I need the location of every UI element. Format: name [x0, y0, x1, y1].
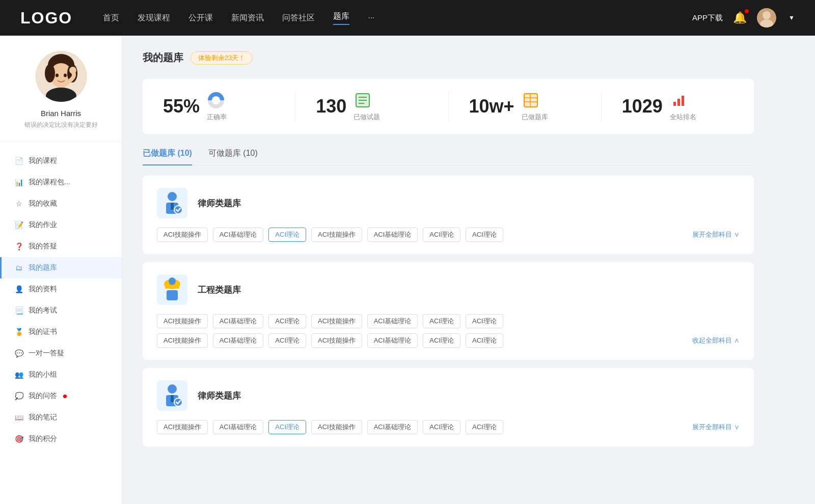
engineer-icon: [157, 274, 187, 305]
bank-card-3-header: 律师类题库: [157, 380, 740, 411]
svg-point-8: [56, 74, 59, 77]
nav-home[interactable]: 首页: [103, 13, 119, 23]
cert-icon: 🏅: [14, 327, 23, 337]
nav-discover[interactable]: 发现课程: [138, 13, 170, 23]
notification-badge: [745, 9, 749, 13]
tag-3-3[interactable]: ACI技能操作: [311, 420, 362, 434]
tag-3-1[interactable]: ACI基础理论: [213, 420, 264, 434]
menu-label: 我的收藏: [29, 199, 57, 208]
stat-accuracy-value: 55%: [163, 96, 200, 117]
content-inner: 我的题库 体验剩余23天！ 55%: [143, 51, 754, 446]
bank-card-2-tags-row2: ACI技能操作 ACI基础理论 ACI理论 ACI技能操作 ACI基础理论 AC…: [157, 333, 503, 348]
tag-3-6[interactable]: ACI理论: [466, 420, 503, 434]
tag-1-4[interactable]: ACI基础理论: [367, 228, 418, 242]
tag-2-0[interactable]: ACI技能操作: [157, 314, 208, 328]
collapse-link-2[interactable]: 收起全部科目 ∧: [692, 336, 740, 345]
tag-1-1[interactable]: ACI基础理论: [213, 228, 264, 242]
tag-1-6[interactable]: ACI理论: [466, 228, 503, 242]
sidebar-item-points[interactable]: 🎯 我的积分: [0, 428, 122, 450]
svg-rect-27: [682, 96, 684, 106]
tab-available[interactable]: 可做题库 (10): [208, 148, 258, 165]
grid-icon: 🗂: [14, 263, 23, 272]
tag-2r2-1[interactable]: ACI基础理论: [213, 333, 264, 348]
sidebar-item-certificates[interactable]: 🏅 我的证书: [0, 321, 122, 343]
tag-2r2-2[interactable]: ACI理论: [268, 333, 306, 348]
tag-2-1[interactable]: ACI基础理论: [213, 314, 264, 328]
tag-2-5[interactable]: ACI理论: [423, 314, 460, 328]
bank-card-1-tags-list: ACI技能操作 ACI基础理论 ACI理论 ACI技能操作 ACI基础理论 AC…: [157, 228, 503, 242]
bank-card-2-header: 工程类题库: [157, 274, 740, 305]
app-download-link[interactable]: APP下载: [692, 13, 723, 23]
tag-3-0[interactable]: ACI技能操作: [157, 420, 208, 434]
stat-done-questions: 130 已做试题: [295, 91, 448, 122]
bank-card-2-tags-row1: ACI技能操作 ACI基础理论 ACI理论 ACI技能操作 ACI基础理论 AC…: [157, 314, 740, 328]
expand-link-3[interactable]: 展开全部科目 ∨: [692, 423, 740, 432]
tag-2r2-6[interactable]: ACI理论: [466, 333, 503, 348]
bank-card-2: 工程类题库 ACI技能操作 ACI基础理论 ACI理论 ACI技能操作 ACI基…: [143, 262, 754, 360]
sidebar-item-questions[interactable]: ❓ 我的答疑: [0, 236, 122, 257]
tag-1-2[interactable]: ACI理论: [268, 228, 306, 242]
user-menu-chevron[interactable]: ▼: [789, 14, 795, 21]
navbar-right: APP下载 🔔 ▼: [692, 8, 795, 27]
stat-done-banks: 10w+ 已做题库: [449, 91, 602, 122]
nav-news[interactable]: 新闻资讯: [231, 13, 264, 23]
nav-more[interactable]: ···: [368, 13, 374, 22]
tag-2r2-4[interactable]: ACI基础理论: [367, 333, 418, 348]
question-icon: ❓: [14, 242, 23, 251]
svg-point-37: [168, 384, 177, 394]
sidebar-item-course-packages[interactable]: 📊 我的课程包...: [0, 172, 122, 193]
tag-2-4[interactable]: ACI基础理论: [367, 314, 418, 328]
sidebar-item-courses[interactable]: 📄 我的课程: [0, 150, 122, 172]
stat-rank-info: 全站排名: [670, 91, 696, 122]
nav-qa[interactable]: 问答社区: [282, 13, 315, 23]
lawyer-icon-3: [157, 380, 187, 411]
sidebar-item-one-on-one[interactable]: 💬 一对一答疑: [0, 343, 122, 364]
svg-point-12: [69, 67, 76, 74]
sidebar-item-homework[interactable]: 📝 我的作业: [0, 214, 122, 236]
tag-3-2[interactable]: ACI理论: [268, 420, 306, 434]
tag-2r2-3[interactable]: ACI技能操作: [311, 333, 362, 348]
sidebar-item-groups[interactable]: 👥 我的小组: [0, 364, 122, 385]
tag-1-3[interactable]: ACI技能操作: [311, 228, 362, 242]
file2-icon: 📃: [14, 306, 23, 315]
bank-card-3-tags-list: ACI技能操作 ACI基础理论 ACI理论 ACI技能操作 ACI基础理论 AC…: [157, 420, 503, 434]
menu-label: 我的笔记: [29, 413, 57, 422]
tab-done[interactable]: 已做题库 (10): [143, 148, 192, 165]
stat-done-questions-info: 已做试题: [354, 91, 380, 122]
logo[interactable]: LOGO: [20, 9, 72, 27]
tag-2-3[interactable]: ACI技能操作: [311, 314, 362, 328]
svg-rect-36: [167, 290, 178, 300]
notification-bell[interactable]: 🔔: [733, 11, 747, 24]
sidebar-item-materials[interactable]: 👤 我的资料: [0, 278, 122, 300]
sidebar-item-notes[interactable]: 📖 我的笔记: [0, 407, 122, 428]
file-icon: 📄: [14, 156, 23, 165]
qa-icon: 💭: [14, 391, 23, 401]
tag-3-5[interactable]: ACI理论: [423, 420, 460, 434]
stat-rank-value: 1029: [622, 96, 663, 117]
expand-link-1[interactable]: 展开全部科目 ∨: [692, 230, 740, 239]
bank-card-3: 律师类题库 ACI技能操作 ACI基础理论 ACI理论 ACI技能操作 ACI基…: [143, 368, 754, 446]
profile-motto: 错误的决定比没有决定要好: [24, 121, 98, 129]
tag-2-6[interactable]: ACI理论: [466, 314, 503, 328]
nav-opencourse[interactable]: 公开课: [188, 13, 213, 23]
sidebar-item-exams[interactable]: 📃 我的考试: [0, 300, 122, 321]
bar-icon: 📊: [14, 178, 23, 187]
stat-accuracy-label: 正确率: [207, 113, 227, 122]
profile-avatar: [36, 51, 87, 102]
nav-exam[interactable]: 题库: [333, 11, 349, 25]
tag-3-4[interactable]: ACI基础理论: [367, 420, 418, 434]
sidebar-item-my-qa[interactable]: 💭 我的问答: [0, 385, 122, 407]
tag-1-5[interactable]: ACI理论: [423, 228, 460, 242]
stat-rank-label: 全站排名: [670, 113, 696, 122]
svg-point-1: [763, 11, 771, 19]
sidebar-item-favorites[interactable]: ☆ 我的收藏: [0, 193, 122, 214]
tag-2-2[interactable]: ACI理论: [268, 314, 306, 328]
sidebar-item-exam-bank[interactable]: 🗂 我的题库: [0, 257, 122, 278]
tag-1-0[interactable]: ACI技能操作: [157, 228, 208, 242]
main-content: 我的题库 体验剩余23天！ 55%: [122, 36, 815, 504]
bank-card-1: 律师类题库 ACI技能操作 ACI基础理论 ACI理论 ACI技能操作 ACI基…: [143, 176, 754, 254]
tag-2r2-0[interactable]: ACI技能操作: [157, 333, 208, 348]
user-avatar-nav[interactable]: [757, 8, 776, 27]
tag-2r2-5[interactable]: ACI理论: [423, 333, 460, 348]
menu-label: 我的问答: [29, 391, 57, 401]
